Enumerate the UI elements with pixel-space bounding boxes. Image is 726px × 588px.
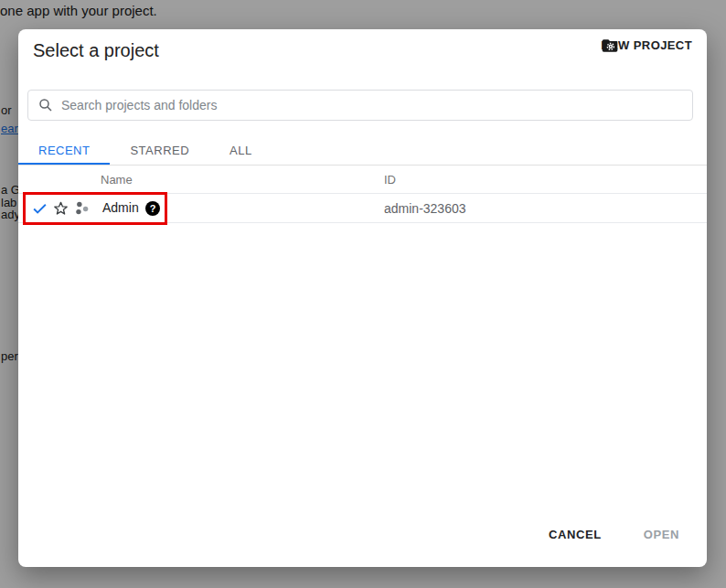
project-name: Admin [102, 200, 139, 215]
project-search-box [27, 90, 693, 121]
tab-recent[interactable]: RECENT [18, 137, 110, 165]
dialog-title: Select a project [33, 40, 159, 61]
project-row-admin[interactable]: Admin ? admin-323603 [18, 194, 707, 223]
selected-check-icon [31, 199, 48, 217]
project-id: admin-323603 [384, 201, 466, 216]
tab-starred[interactable]: STARRED [110, 137, 209, 165]
search-input[interactable] [61, 98, 683, 112]
help-icon[interactable]: ? [145, 201, 160, 216]
column-header-name: Name [101, 173, 133, 187]
search-icon [37, 97, 54, 113]
project-icon [74, 200, 91, 217]
new-project-button[interactable]: NEW PROJECT [601, 38, 692, 52]
tab-all[interactable]: ALL [209, 137, 272, 165]
column-header-id: ID [384, 173, 396, 187]
project-table-header: Name ID [18, 166, 707, 194]
select-project-dialog: Select a project NEW PROJECT RECENT STAR… [18, 29, 707, 567]
cancel-button[interactable]: CANCEL [549, 528, 602, 541]
star-outline-icon[interactable] [52, 199, 69, 217]
open-button[interactable]: OPEN [644, 528, 679, 541]
dialog-footer: CANCEL OPEN [549, 528, 679, 541]
new-project-folder-gear-icon [601, 37, 619, 55]
tab-bar: RECENT STARRED ALL [18, 137, 707, 166]
